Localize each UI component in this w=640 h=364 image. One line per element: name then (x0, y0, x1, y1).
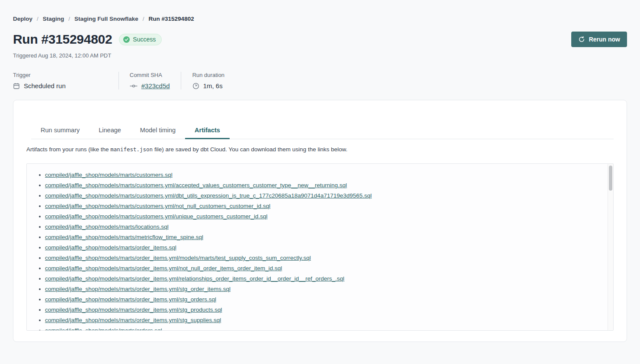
status-badge: Success (119, 34, 162, 45)
artifact-link[interactable]: compiled/jaffle_shop/models/marts/order_… (45, 274, 344, 284)
page-title: Run #315294802 (13, 32, 112, 47)
calendar-icon (13, 83, 20, 89)
bullet-icon (39, 268, 41, 269)
artifact-list-item: compiled/jaffle_shop/models/marts/order_… (39, 294, 596, 305)
breadcrumb-separator: / (143, 16, 144, 22)
artifacts-list: compiled/jaffle_shop/models/marts/custom… (27, 164, 613, 331)
artifact-link[interactable]: compiled/jaffle_shop/models/marts/orders… (45, 326, 162, 331)
bullet-icon (39, 319, 41, 321)
run-duration-value: 1m, 6s (203, 82, 223, 89)
artifacts-description: Artifacts from your runs (like the manif… (26, 146, 614, 153)
scrollbar-track[interactable] (608, 164, 613, 330)
artifacts-description-prefix: Artifacts from your runs (like the (26, 146, 110, 153)
artifact-link[interactable]: compiled/jaffle_shop/models/marts/custom… (45, 170, 173, 180)
meta-trigger: Trigger Scheduled run (13, 72, 118, 89)
breadcrumb-item[interactable]: Staging (43, 16, 64, 22)
artifact-list-item: compiled/jaffle_shop/models/marts/order_… (39, 243, 596, 253)
artifact-list-item: compiled/jaffle_shop/models/marts/order_… (39, 253, 596, 263)
trigger-label: Trigger (13, 72, 66, 78)
artifact-link[interactable]: compiled/jaffle_shop/models/marts/order_… (45, 305, 222, 315)
triggered-timestamp: Triggered Aug 18, 2024, 12:00 AM PDT (13, 52, 627, 59)
breadcrumb-current: Run #315294802 (149, 16, 194, 22)
manifest-json-code: manifest.json (110, 146, 153, 153)
artifact-link[interactable]: compiled/jaffle_shop/models/marts/order_… (45, 263, 282, 274)
bullet-icon (39, 288, 41, 290)
status-label: Success (133, 36, 156, 43)
bullet-icon (39, 185, 41, 186)
artifact-list-item: compiled/jaffle_shop/models/marts/order_… (39, 263, 596, 274)
meta-commit: Commit SHA #323cd5d (118, 72, 181, 89)
page-header: Run #315294802 Success Rerun now (13, 32, 627, 47)
artifact-list-item: compiled/jaffle_shop/models/marts/order_… (39, 315, 596, 326)
bullet-icon (39, 205, 41, 207)
tab-artifacts[interactable]: Artifacts (185, 123, 230, 139)
run-meta: Trigger Scheduled run Commit SHA #323cd5… (13, 72, 627, 89)
bullet-icon (39, 247, 41, 249)
artifact-link[interactable]: compiled/jaffle_shop/models/marts/custom… (45, 180, 347, 191)
breadcrumb-item[interactable]: Deploy (13, 16, 32, 22)
artifact-list-item: compiled/jaffle_shop/models/marts/custom… (39, 191, 596, 201)
artifact-list-item: compiled/jaffle_shop/models/marts/orders… (39, 326, 596, 331)
git-commit-icon (130, 83, 138, 89)
bullet-icon (39, 299, 41, 300)
artifact-link[interactable]: compiled/jaffle_shop/models/marts/custom… (45, 211, 267, 222)
artifact-list-item: compiled/jaffle_shop/models/marts/metric… (39, 232, 596, 243)
artifact-link[interactable]: compiled/jaffle_shop/models/marts/order_… (45, 243, 176, 253)
commit-sha-label: Commit SHA (130, 72, 170, 78)
artifact-list-item: compiled/jaffle_shop/models/marts/custom… (39, 211, 596, 222)
run-detail-card: Run summaryLineageModel timingArtifacts … (13, 100, 627, 342)
clock-icon (192, 83, 199, 89)
artifacts-list-box: compiled/jaffle_shop/models/marts/custom… (26, 163, 614, 331)
check-circle-icon (123, 36, 130, 43)
bullet-icon (39, 216, 41, 217)
bullet-icon (39, 278, 41, 280)
artifact-link[interactable]: compiled/jaffle_shop/models/marts/custom… (45, 201, 270, 211)
artifact-link[interactable]: compiled/jaffle_shop/models/marts/order_… (45, 294, 216, 305)
artifact-list-item: compiled/jaffle_shop/models/marts/custom… (39, 170, 596, 180)
meta-duration: Run duration 1m, 6s (181, 72, 224, 89)
artifact-link[interactable]: compiled/jaffle_shop/models/marts/order_… (45, 253, 311, 263)
artifact-list-item: compiled/jaffle_shop/models/marts/order_… (39, 305, 596, 315)
artifact-list-item: compiled/jaffle_shop/models/marts/custom… (39, 201, 596, 211)
refresh-icon (578, 36, 585, 43)
breadcrumb: Deploy/Staging/Staging Full Snowflake/Ru… (13, 0, 627, 22)
artifact-link[interactable]: compiled/jaffle_shop/models/marts/order_… (45, 315, 221, 326)
breadcrumb-item[interactable]: Staging Full Snowflake (74, 16, 138, 22)
artifact-list-item: compiled/jaffle_shop/models/marts/locati… (39, 222, 596, 232)
scrollbar-thumb[interactable] (609, 166, 612, 191)
tab-run-summary[interactable]: Run summary (31, 123, 89, 139)
artifact-list-item: compiled/jaffle_shop/models/marts/custom… (39, 180, 596, 191)
artifact-list-item: compiled/jaffle_shop/models/marts/order_… (39, 274, 596, 284)
breadcrumb-separator: / (37, 16, 38, 22)
rerun-now-button[interactable]: Rerun now (571, 32, 627, 47)
bullet-icon (39, 174, 41, 176)
bullet-icon (39, 257, 41, 259)
artifact-link[interactable]: compiled/jaffle_shop/models/marts/locati… (45, 222, 169, 232)
bullet-icon (39, 330, 41, 331)
breadcrumb-separator: / (68, 16, 70, 22)
bullet-icon (39, 195, 41, 197)
trigger-value: Scheduled run (24, 82, 66, 89)
run-duration-label: Run duration (192, 72, 224, 78)
tab-lineage[interactable]: Lineage (89, 123, 131, 139)
artifact-link[interactable]: compiled/jaffle_shop/models/marts/metric… (45, 232, 203, 243)
artifact-list-item: compiled/jaffle_shop/models/marts/order_… (39, 284, 596, 294)
artifact-link[interactable]: compiled/jaffle_shop/models/marts/custom… (45, 191, 372, 201)
rerun-now-label: Rerun now (589, 36, 620, 43)
tab-model-timing[interactable]: Model timing (131, 123, 185, 139)
artifact-link[interactable]: compiled/jaffle_shop/models/marts/order_… (45, 284, 230, 294)
commit-sha-link[interactable]: #323cd5d (141, 82, 170, 89)
bullet-icon (39, 226, 41, 228)
bullet-icon (39, 236, 41, 238)
tab-bar: Run summaryLineageModel timingArtifacts (31, 123, 614, 139)
artifacts-description-suffix: file) are saved by dbt Cloud. You can do… (153, 146, 347, 153)
bullet-icon (39, 309, 41, 311)
